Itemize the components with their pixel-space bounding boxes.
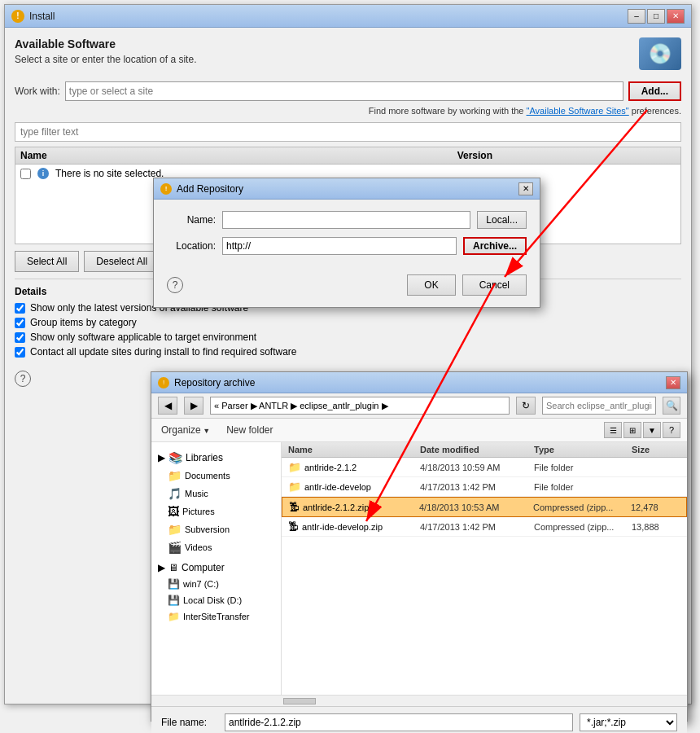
file-icon: 📁 — [288, 481, 301, 493]
file-name: antlr-ide-develop.zip — [302, 522, 383, 532]
close-button[interactable]: ✕ — [667, 9, 685, 24]
archive-dialog-icon: ! — [158, 377, 169, 388]
sidebar-item-subversion[interactable]: 📁 Subversion — [151, 520, 281, 538]
archive-toolbar: ◀ ▶ ↻ 🔍 — [151, 393, 687, 419]
show-applicable-row: Show only software applicable to target … — [15, 331, 681, 343]
deselect-all-button[interactable]: Deselect All — [84, 251, 160, 272]
new-folder-button[interactable]: New folder — [223, 423, 276, 437]
archive-button[interactable]: Archive... — [463, 237, 527, 255]
organize-button[interactable]: Organize — [158, 423, 213, 437]
folder-expand-icon: ▶ — [158, 452, 165, 463]
sidebar-item-music[interactable]: 🎵 Music — [151, 485, 281, 503]
work-with-input[interactable] — [65, 81, 623, 101]
group-by-category-row: Group items by category — [15, 317, 681, 328]
archive-bottom: File name: *.jar;*.zip Open Cancel — [151, 706, 687, 733]
back-button[interactable]: ◀ — [158, 397, 177, 415]
search-icon[interactable]: 🔍 — [663, 397, 680, 415]
horizontal-scrollbar[interactable] — [151, 695, 687, 706]
ok-button[interactable]: OK — [407, 274, 455, 296]
name-field-input[interactable] — [222, 211, 470, 229]
contact-update-sites-row: Contact all update sites during install … — [15, 346, 681, 358]
filename-input[interactable] — [225, 713, 573, 731]
filter-input[interactable] — [15, 122, 681, 142]
file-row[interactable]: 📁 antlr-ide-develop 4/17/2013 1:42 PM Fi… — [282, 477, 687, 497]
file-icon: 📁 — [288, 461, 301, 473]
location-field-input[interactable] — [222, 237, 457, 255]
libraries-label: Libraries — [186, 452, 223, 463]
filetype-select[interactable]: *.jar;*.zip — [580, 713, 677, 731]
add-repo-close-button[interactable]: ✕ — [518, 182, 533, 195]
file-type: Compressed (zipp... — [534, 522, 632, 532]
sidebar-item-videos[interactable]: 🎬 Videos — [151, 538, 281, 556]
show-latest-checkbox[interactable] — [15, 303, 25, 314]
file-name: antlride-2.1.2 — [304, 463, 357, 472]
filename-row: File name: *.jar;*.zip — [161, 713, 677, 731]
archive-title-bar: ! Repository archive ✕ — [151, 372, 687, 393]
local-button[interactable]: Local... — [477, 211, 527, 229]
file-row[interactable]: 🗜 antlr-ide-develop.zip 4/17/2013 1:42 P… — [282, 517, 687, 537]
file-icon: 🗜 — [289, 501, 300, 513]
videos-folder-icon: 🎬 — [168, 541, 182, 554]
show-applicable-checkbox[interactable] — [15, 332, 25, 343]
path-input[interactable] — [210, 397, 510, 415]
libraries-group: ▶ 📚 Libraries 📁 Documents 🎵 Music 🖼 Pict… — [151, 449, 281, 556]
no-site-message: There is no site selected. — [55, 168, 164, 179]
table-header: Name Version — [15, 147, 680, 165]
libraries-folder-icon: 📚 — [168, 451, 182, 464]
maximize-button[interactable]: □ — [647, 9, 665, 24]
main-help-icon[interactable]: ? — [15, 371, 31, 387]
file-date: 4/17/2013 1:42 PM — [420, 522, 534, 532]
libraries-header[interactable]: ▶ 📚 Libraries — [151, 449, 281, 467]
sidebar-item-documents[interactable]: 📁 Documents — [151, 467, 281, 485]
archive-help-button[interactable]: ? — [663, 422, 680, 438]
file-name-col-header: Name — [288, 445, 420, 454]
file-icon: 🗜 — [288, 520, 299, 533]
work-with-row: Work with: Add... — [15, 81, 681, 101]
group-by-category-checkbox[interactable] — [15, 318, 25, 328]
sidebar-item-intersite[interactable]: 📁 InterSiteTransfer — [151, 608, 281, 625]
list-view-button[interactable]: ☰ — [604, 422, 622, 438]
c-drive-icon: 💾 — [168, 578, 180, 590]
archive-close-button[interactable]: ✕ — [666, 376, 680, 389]
d-drive-icon: 💾 — [168, 595, 180, 606]
select-all-button[interactable]: Select All — [15, 251, 79, 272]
refresh-button[interactable]: ↻ — [516, 397, 536, 415]
main-title-bar: ! Install – □ ✕ — [5, 5, 691, 28]
archive-organize-bar: Organize New folder ☰ ⊞ ▼ ? — [151, 419, 687, 442]
file-date-col-header: Date modified — [420, 445, 534, 454]
minimize-button[interactable]: – — [628, 9, 645, 24]
file-name-cell: 🗜 antlride-2.1.2.zip — [289, 501, 419, 513]
file-row[interactable]: 📁 antlride-2.1.2 4/18/2013 10:59 AM File… — [282, 458, 687, 477]
find-more-text: Find more software by working with the "… — [15, 106, 681, 116]
computer-header[interactable]: ▶ 🖥 Computer — [151, 560, 281, 576]
search-input[interactable] — [542, 397, 656, 415]
main-window-title: Install — [29, 11, 628, 22]
main-window-icon: ! — [11, 10, 24, 23]
available-software-sites-link[interactable]: "Available Software Sites" — [527, 106, 629, 116]
view-dropdown-button[interactable]: ▼ — [643, 422, 661, 438]
details-view-button[interactable]: ⊞ — [623, 422, 641, 438]
file-row[interactable]: 🗜 antlride-2.1.2.zip 4/18/2013 10:53 AM … — [282, 497, 687, 517]
file-name-cell: 🗜 antlr-ide-develop.zip — [288, 520, 420, 533]
page-subtitle: Select a site or enter the location of a… — [15, 54, 196, 65]
add-repo-help-icon[interactable]: ? — [167, 277, 183, 293]
archive-dialog-title: Repository archive — [174, 377, 666, 388]
filename-label: File name: — [161, 717, 218, 728]
sidebar-item-d-drive[interactable]: 💾 Local Disk (D:) — [151, 592, 281, 608]
cancel-button[interactable]: Cancel — [462, 274, 527, 296]
sidebar-item-c-drive[interactable]: 💾 win7 (C:) — [151, 576, 281, 592]
file-date: 4/17/2013 1:42 PM — [420, 482, 534, 492]
add-button[interactable]: Add... — [628, 81, 681, 101]
pictures-folder-icon: 🖼 — [168, 505, 179, 518]
subversion-folder-icon: 📁 — [168, 523, 182, 536]
info-icon: i — [37, 168, 49, 179]
contact-update-sites-checkbox[interactable] — [15, 347, 25, 358]
name-field-label: Name: — [167, 214, 216, 226]
forward-button[interactable]: ▶ — [184, 397, 203, 415]
file-date: 4/18/2013 10:53 AM — [419, 503, 533, 512]
no-site-checkbox[interactable] — [20, 169, 31, 179]
file-rows-container: 📁 antlride-2.1.2 4/18/2013 10:59 AM File… — [282, 458, 687, 537]
sidebar-item-pictures[interactable]: 🖼 Pictures — [151, 503, 281, 520]
computer-icon: 🖥 — [168, 562, 178, 573]
file-type: Compressed (zipp... — [533, 503, 631, 512]
